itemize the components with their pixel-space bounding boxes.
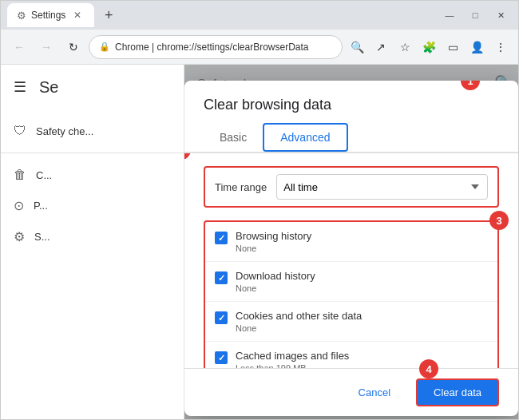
main-area: Safety che 🔒 C... now › Privacy a 🔍 bbox=[184, 65, 518, 419]
clear-browsing-data-dialog: 1 Clear browsing data Basic Advanced 2 bbox=[184, 81, 518, 416]
checkbox-cookies-input[interactable]: ✓ bbox=[215, 311, 228, 324]
browser-toolbar: ← → ↻ 🔒 Chrome | chrome://settings/clear… bbox=[1, 30, 518, 65]
checkbox-list: ✓ Browsing history None ✓ bbox=[204, 220, 499, 368]
profile-icon[interactable]: 👤 bbox=[466, 36, 488, 58]
checkbox-cached-label: Cached images and files Less than 199 MB bbox=[236, 350, 349, 368]
sidebar-title: Se bbox=[39, 78, 58, 97]
extensions-icon[interactable]: 🧩 bbox=[418, 36, 440, 58]
browsing-history-text: Browsing history bbox=[236, 230, 311, 242]
check-mark-3: ✓ bbox=[218, 313, 225, 323]
side-panel-icon[interactable]: ▭ bbox=[442, 36, 464, 58]
checkbox-browsing-history-input[interactable]: ✓ bbox=[215, 232, 228, 244]
checkbox-download-history-input[interactable]: ✓ bbox=[215, 271, 228, 284]
checkbox-download-history: ✓ Download history None bbox=[205, 262, 497, 302]
time-range-row: Time range All time bbox=[204, 166, 499, 208]
checkbox-list-container: 3 ✓ Browsing history None bbox=[204, 220, 499, 368]
safety-icon: 🛡 bbox=[14, 124, 26, 138]
dialog-tabs: Basic Advanced bbox=[184, 123, 518, 153]
checkbox-cookies-label: Cookies and other site data None bbox=[236, 310, 362, 333]
back-button[interactable]: ← bbox=[7, 35, 31, 59]
sidebar-item-settings-label: S... bbox=[34, 231, 50, 243]
sidebar-item-clear-label: C... bbox=[36, 169, 52, 181]
sidebar-item-clear[interactable]: 🗑 C... bbox=[1, 160, 184, 190]
check-mark-2: ✓ bbox=[218, 273, 225, 283]
step-badge-2: 2 bbox=[184, 153, 191, 160]
address-text: Chrome | chrome://settings/clearBrowserD… bbox=[115, 42, 332, 53]
bookmark-icon[interactable]: ☆ bbox=[394, 36, 416, 58]
browsing-history-sub: None bbox=[236, 244, 311, 253]
page-content: ☰ Se 🛡 Safety che... 🗑 C... ⊙ P... bbox=[1, 65, 518, 419]
clear-data-button[interactable]: Clear data bbox=[416, 378, 499, 406]
hamburger-icon[interactable]: ☰ bbox=[14, 78, 26, 96]
privacy-icon: ⊙ bbox=[14, 198, 24, 213]
window-minimize-button[interactable]: — bbox=[438, 4, 461, 26]
download-history-sub: None bbox=[236, 283, 315, 293]
sidebar-item-privacy-label: P... bbox=[34, 200, 48, 212]
checkbox-browsing-history-label: Browsing history None bbox=[236, 230, 311, 253]
menu-icon[interactable]: ⋮ bbox=[489, 36, 512, 58]
settings-tab-icon: ⚙ bbox=[17, 10, 26, 22]
check-mark: ✓ bbox=[218, 233, 225, 244]
address-bar[interactable]: 🔒 Chrome | chrome://settings/clearBrowse… bbox=[89, 35, 343, 59]
window-maximize-button[interactable]: □ bbox=[464, 4, 486, 26]
tab-close-button[interactable]: ✕ bbox=[70, 8, 85, 22]
checkbox-browsing-history: ✓ Browsing history None bbox=[205, 222, 497, 262]
share-icon[interactable]: ↗ bbox=[370, 36, 392, 58]
time-range-label: Time range bbox=[215, 181, 267, 193]
time-range-select[interactable]: All time bbox=[276, 174, 488, 200]
sidebar-header: ☰ Se bbox=[1, 65, 184, 109]
cookies-sub: None bbox=[236, 323, 362, 333]
check-mark-4: ✓ bbox=[218, 353, 225, 363]
checkbox-download-history-label: Download history None bbox=[236, 270, 315, 293]
tab-advanced[interactable]: Advanced bbox=[263, 123, 347, 152]
window-close-button[interactable]: ✕ bbox=[489, 4, 512, 26]
sidebar-item-settings[interactable]: ⚙ S... bbox=[1, 221, 184, 252]
dialog-body: 2 Time range All time 3 bbox=[184, 153, 518, 368]
sidebar-item-safety-label: Safety che... bbox=[36, 125, 93, 137]
toolbar-icons: 🔍 ↗ ☆ 🧩 ▭ 👤 ⋮ bbox=[346, 36, 512, 58]
tab-title: Settings bbox=[31, 10, 65, 21]
cancel-button[interactable]: Cancel bbox=[343, 378, 406, 406]
trash-icon: 🗑 bbox=[14, 168, 26, 182]
dialog-footer: 4 Cancel Clear data bbox=[184, 368, 518, 416]
checkbox-cookies: ✓ Cookies and other site data None bbox=[205, 302, 497, 342]
checkbox-cached-input[interactable]: ✓ bbox=[215, 351, 228, 364]
address-lock-icon: 🔒 bbox=[99, 42, 110, 52]
cookies-text: Cookies and other site data bbox=[236, 310, 362, 322]
new-tab-button[interactable]: + bbox=[97, 4, 120, 26]
cached-text: Cached images and files bbox=[236, 350, 349, 362]
title-bar: ⚙ Settings ✕ + — □ ✕ bbox=[1, 1, 518, 30]
sidebar-divider bbox=[1, 153, 184, 153]
active-tab[interactable]: ⚙ Settings ✕ bbox=[7, 3, 94, 27]
tab-basic[interactable]: Basic bbox=[204, 123, 263, 153]
sidebar: ☰ Se 🛡 Safety che... 🗑 C... ⊙ P... bbox=[1, 65, 184, 419]
refresh-button[interactable]: ↻ bbox=[61, 35, 85, 59]
gear-icon: ⚙ bbox=[14, 229, 25, 244]
download-history-text: Download history bbox=[236, 270, 315, 282]
checkbox-cached: ✓ Cached images and files Less than 199 … bbox=[205, 342, 497, 368]
dialog-title: Clear browsing data bbox=[184, 81, 518, 113]
dialog-overlay: 1 Clear browsing data Basic Advanced 2 bbox=[184, 65, 518, 419]
window-controls: — □ ✕ bbox=[438, 1, 512, 30]
search-toolbar-icon[interactable]: 🔍 bbox=[346, 36, 368, 58]
sidebar-item-safety[interactable]: 🛡 Safety che... bbox=[1, 116, 184, 146]
sidebar-item-privacy[interactable]: ⊙ P... bbox=[1, 190, 184, 221]
sidebar-items: 🛡 Safety che... 🗑 C... ⊙ P... ⚙ S... bbox=[1, 109, 184, 419]
forward-button[interactable]: → bbox=[34, 35, 58, 59]
